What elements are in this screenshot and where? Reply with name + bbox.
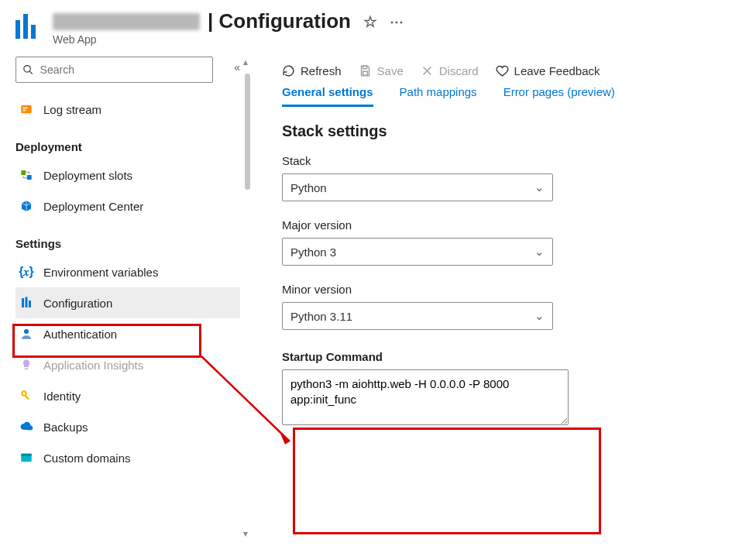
svg-rect-8 — [26, 297, 28, 308]
chevron-down-icon: ⌄ — [534, 180, 545, 194]
discard-icon — [421, 64, 434, 77]
major-version-label: Major version — [282, 218, 741, 232]
refresh-icon — [282, 64, 295, 77]
configuration-icon — [19, 295, 34, 311]
svg-rect-9 — [29, 300, 31, 307]
svg-point-0 — [24, 66, 31, 73]
page-title-suffix: | Configuration — [208, 9, 351, 33]
svg-rect-2 — [21, 105, 32, 114]
sidebar-item-label: Backups — [43, 421, 88, 434]
sidebar-item-deployment-slots[interactable]: Deployment slots — [15, 160, 240, 191]
cloud-icon — [19, 419, 34, 434]
braces-icon: {𝑥} — [19, 264, 34, 280]
svg-rect-11 — [25, 369, 29, 370]
startup-command-input[interactable] — [282, 369, 569, 425]
svg-rect-14 — [25, 395, 29, 400]
svg-rect-5 — [21, 170, 26, 175]
main-content: Refresh Save Discard Leave Feedback Gene… — [254, 52, 756, 544]
sidebar-item-application-insights[interactable]: Application Insights — [15, 349, 240, 380]
sidebar: « Log stream Deployment Deployment slots… — [0, 52, 240, 544]
svg-rect-18 — [363, 71, 367, 75]
sidebar-item-environment-variables[interactable]: {𝑥} Environment variables — [15, 256, 240, 287]
svg-point-13 — [23, 393, 26, 395]
sidebar-item-label: Custom domains — [43, 452, 131, 465]
scrollbar-thumb[interactable] — [245, 74, 250, 190]
tab-general-settings[interactable]: General settings — [282, 85, 373, 107]
search-icon — [22, 64, 34, 76]
svg-line-1 — [29, 71, 33, 74]
sidebar-item-label: Configuration — [43, 297, 112, 310]
scroll-down-icon[interactable]: ▾ — [243, 528, 248, 539]
tab-error-pages[interactable]: Error pages (preview) — [503, 85, 615, 107]
resource-name-redacted: xxxxx — [53, 13, 200, 30]
svg-rect-16 — [21, 454, 32, 456]
sidebar-item-custom-domains[interactable]: Custom domains — [15, 442, 240, 473]
sidebar-item-backups[interactable]: Backups — [15, 411, 240, 442]
svg-rect-4 — [23, 110, 26, 112]
chevron-down-icon: ⌄ — [534, 309, 545, 323]
app-service-icon — [15, 12, 42, 39]
discard-button: Discard — [421, 64, 479, 77]
pin-icon[interactable]: ☆ — [363, 12, 377, 31]
stack-select[interactable]: Python ⌄ — [282, 173, 553, 201]
command-bar: Refresh Save Discard Leave Feedback — [282, 52, 741, 85]
deployment-slots-icon — [19, 167, 34, 183]
feedback-button[interactable]: Leave Feedback — [496, 64, 600, 77]
refresh-label: Refresh — [301, 64, 342, 77]
domain-icon — [19, 450, 34, 465]
tab-bar: General settings Path mappings Error pag… — [282, 85, 741, 107]
heart-icon — [496, 64, 509, 77]
search-input[interactable] — [39, 63, 206, 77]
minor-version-select[interactable]: Python 3.11 ⌄ — [282, 302, 553, 330]
major-version-select[interactable]: Python 3 ⌄ — [282, 238, 553, 266]
refresh-button[interactable]: Refresh — [282, 64, 342, 77]
feedback-label: Leave Feedback — [514, 64, 600, 77]
sidebar-item-identity[interactable]: Identity — [15, 380, 240, 411]
chevron-down-icon: ⌄ — [534, 245, 545, 259]
sidebar-item-label: Deployment slots — [43, 169, 132, 182]
log-stream-icon — [19, 101, 34, 117]
sidebar-item-label: Deployment Center — [43, 200, 143, 213]
svg-rect-7 — [22, 298, 24, 307]
startup-command-label: Startup Command — [282, 350, 741, 363]
sidebar-section-settings: Settings — [15, 237, 240, 250]
save-icon — [359, 64, 372, 77]
sidebar-item-authentication[interactable]: Authentication — [15, 318, 240, 349]
minor-version-label: Minor version — [282, 283, 741, 296]
minor-version-value: Python 3.11 — [290, 310, 352, 323]
sidebar-item-configuration[interactable]: Configuration — [15, 287, 240, 318]
sidebar-item-label: Application Insights — [43, 359, 143, 372]
svg-rect-3 — [23, 108, 28, 109]
stack-value: Python — [290, 181, 327, 194]
person-icon — [19, 326, 34, 342]
sidebar-item-label: Environment variables — [43, 266, 158, 279]
deployment-center-icon — [19, 198, 34, 214]
tab-path-mappings[interactable]: Path mappings — [400, 85, 477, 107]
discard-label: Discard — [439, 64, 479, 77]
sidebar-item-log-stream[interactable]: Log stream — [15, 94, 240, 125]
page-title: xxxxx | Configuration ☆ ⋯ — [53, 9, 405, 33]
key-icon — [19, 388, 34, 403]
sidebar-scrollbar[interactable]: ▴ ▾ — [240, 52, 254, 544]
scroll-up-icon[interactable]: ▴ — [243, 57, 248, 67]
sidebar-item-deployment-center[interactable]: Deployment Center — [15, 191, 240, 221]
more-icon[interactable]: ⋯ — [390, 13, 405, 30]
sidebar-section-deployment: Deployment — [15, 140, 240, 153]
section-title: Stack settings — [282, 122, 741, 140]
svg-rect-6 — [27, 175, 32, 180]
stack-label: Stack — [282, 154, 741, 167]
save-button: Save — [359, 64, 404, 77]
sidebar-item-label: Log stream — [43, 103, 101, 116]
major-version-value: Python 3 — [290, 246, 336, 259]
sidebar-search[interactable] — [15, 57, 213, 83]
svg-rect-17 — [363, 66, 366, 69]
sidebar-item-label: Authentication — [43, 328, 117, 341]
save-label: Save — [377, 64, 404, 77]
bulb-icon — [19, 357, 34, 373]
sidebar-item-label: Identity — [43, 390, 81, 403]
page-header: xxxxx | Configuration ☆ ⋯ Web App — [0, 0, 756, 52]
svg-point-10 — [24, 329, 29, 334]
collapse-sidebar-icon[interactable]: « — [234, 61, 240, 74]
